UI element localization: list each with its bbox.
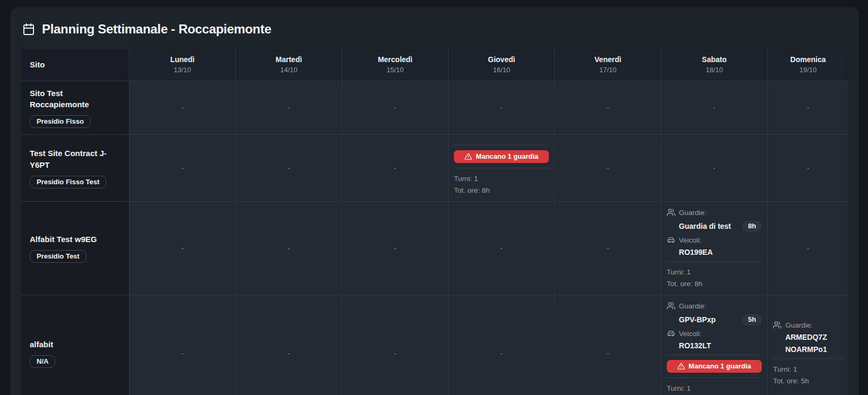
vehicle-entry: RO199EA: [679, 248, 763, 256]
total-hours: Tot. ore: 8h: [454, 185, 550, 196]
header-row: Sito Lunedì13/10Martedì14/10Mercoledì15/…: [21, 49, 848, 81]
empty-cell-dash: -: [134, 244, 231, 252]
day-date: 19/10: [768, 66, 848, 74]
schedule-cell[interactable]: -: [342, 202, 448, 295]
vehicles-label-text: Veicoli:: [679, 330, 702, 338]
schedule-cell[interactable]: -: [236, 202, 342, 295]
warning-icon: [677, 363, 685, 370]
schedule-cell[interactable]: Guardie:ARMEDQ7ZNOARMPo1Turni: 1Tot. ore…: [768, 295, 848, 395]
site-cell[interactable]: Test Site Contract J-Y6PTPresidio Fisso …: [21, 135, 129, 202]
schedule-cell[interactable]: -: [449, 202, 555, 295]
warning-icon: [465, 153, 472, 160]
table-row: alfabitN/A-----Guardie:GPV-BPxp5hVeicoli…: [21, 295, 848, 395]
schedule-cell[interactable]: -: [129, 202, 235, 295]
hours-badge: 8h: [742, 220, 762, 232]
guards-label: Guardie:: [773, 321, 844, 329]
schedule-cell[interactable]: -: [555, 202, 661, 295]
empty-cell-dash: -: [559, 244, 656, 252]
site-type-badge: N/A: [30, 355, 55, 368]
guards-label-text: Guardie:: [785, 321, 813, 329]
schedule-cell[interactable]: -: [342, 135, 448, 202]
schedule-cell[interactable]: -: [768, 202, 848, 295]
site-name: Alfabit Test w9EG: [30, 234, 121, 245]
schedule-cell[interactable]: Mancano 1 guardiaTurni: 1Tot. ore: 8h: [449, 135, 555, 202]
day-header-6: Sabato18/10: [661, 49, 767, 81]
guard-name: ARMEDQ7Z: [785, 333, 827, 341]
separator: [666, 261, 763, 262]
empty-cell-dash: -: [347, 104, 444, 111]
calendar-icon: [22, 23, 35, 36]
schedule-cell[interactable]: -: [555, 135, 661, 202]
empty-cell-dash: -: [240, 244, 337, 252]
schedule-cell[interactable]: -: [768, 81, 848, 135]
day-header-1: Lunedì13/10: [129, 49, 235, 81]
schedule-cell[interactable]: -: [661, 81, 767, 135]
empty-cell-dash: -: [240, 164, 337, 172]
schedule-cell[interactable]: -: [661, 135, 767, 202]
guard-entry: ARMEDQ7Z: [785, 333, 844, 341]
empty-cell-dash: -: [134, 164, 231, 172]
day-date: 14/10: [236, 66, 341, 74]
empty-cell-dash: -: [453, 349, 550, 357]
empty-cell-dash: -: [453, 244, 550, 252]
site-cell[interactable]: Sito Test RoccapiemontePresidio Fisso: [21, 81, 129, 135]
shifts-count: Turni: 1: [773, 364, 844, 375]
site-name: alfabit: [30, 339, 121, 350]
day-date: 17/10: [555, 66, 660, 74]
empty-cell-dash: -: [772, 244, 844, 252]
guards-label: Guardie:: [667, 302, 763, 310]
vehicles-label-text: Veicoli:: [679, 236, 702, 244]
schedule-cell[interactable]: -: [236, 295, 342, 395]
empty-cell-dash: -: [134, 349, 231, 357]
empty-cell-dash: -: [347, 244, 444, 252]
empty-cell-dash: -: [240, 104, 337, 111]
empty-cell-dash: -: [666, 164, 763, 172]
schedule-cell[interactable]: -: [236, 135, 342, 202]
day-name: Venerdì: [555, 55, 660, 64]
empty-cell-dash: -: [772, 104, 844, 111]
empty-cell-dash: -: [559, 349, 656, 357]
site-name: Test Site Contract J-Y6PT: [30, 148, 121, 171]
schedule-cell[interactable]: -: [129, 295, 235, 395]
schedule-cell[interactable]: -: [342, 295, 448, 395]
empty-cell-dash: -: [453, 104, 550, 111]
empty-cell-dash: -: [559, 164, 656, 172]
guard-entry: NOARMPo1: [785, 345, 844, 354]
schedule-cell[interactable]: -: [129, 135, 235, 202]
site-type-badge: Presidio Fisso Test: [30, 176, 106, 188]
site-cell[interactable]: Alfabit Test w9EGPresidio Test: [21, 202, 129, 295]
site-type-badge: Presidio Fisso: [30, 115, 91, 128]
guard-entry: Guardia di test8h: [679, 220, 763, 232]
separator: [666, 377, 763, 378]
shifts-count: Turni: 1: [667, 267, 763, 278]
hours-badge: 5h: [742, 314, 762, 325]
shifts-count: Turni: 1: [454, 173, 550, 185]
day-name: Sabato: [661, 55, 767, 64]
schedule-cell[interactable]: -: [236, 81, 342, 135]
total-hours: Tot. ore: 8h: [667, 278, 763, 290]
schedule-cell[interactable]: Guardie:GPV-BPxp5hVeicoli:RO132LTMancano…: [661, 295, 767, 395]
table-row: Alfabit Test w9EGPresidio Test-----Guard…: [21, 202, 848, 295]
planning-table-body: Sito Test RoccapiemontePresidio Fisso---…: [21, 81, 848, 395]
schedule-cell[interactable]: -: [342, 81, 448, 135]
vehicle-icon: [667, 236, 675, 244]
site-cell[interactable]: alfabitN/A: [21, 295, 129, 395]
guard-name: Guardia di test: [679, 222, 731, 230]
schedule-cell[interactable]: -: [449, 81, 555, 135]
schedule-cell[interactable]: -: [555, 295, 661, 395]
schedule-cell[interactable]: -: [555, 81, 661, 135]
separator: [666, 355, 763, 355]
missing-guard-text: Mancano 1 guardia: [476, 152, 538, 160]
schedule-cell[interactable]: -: [129, 81, 235, 135]
empty-cell-dash: -: [772, 164, 844, 172]
day-header-4: Giovedì16/10: [449, 49, 555, 81]
missing-guard-text: Mancano 1 guardia: [689, 362, 751, 370]
guards-label-text: Guardie:: [679, 302, 707, 310]
day-date: 16/10: [449, 66, 554, 74]
day-name: Domenica: [768, 55, 848, 64]
schedule-cell[interactable]: -: [768, 135, 848, 202]
day-name: Martedì: [236, 55, 341, 64]
schedule-cell[interactable]: -: [449, 295, 555, 395]
shifts-count: Turni: 1: [667, 383, 763, 394]
schedule-cell[interactable]: Guardie:Guardia di test8hVeicoli:RO199EA…: [661, 202, 767, 295]
